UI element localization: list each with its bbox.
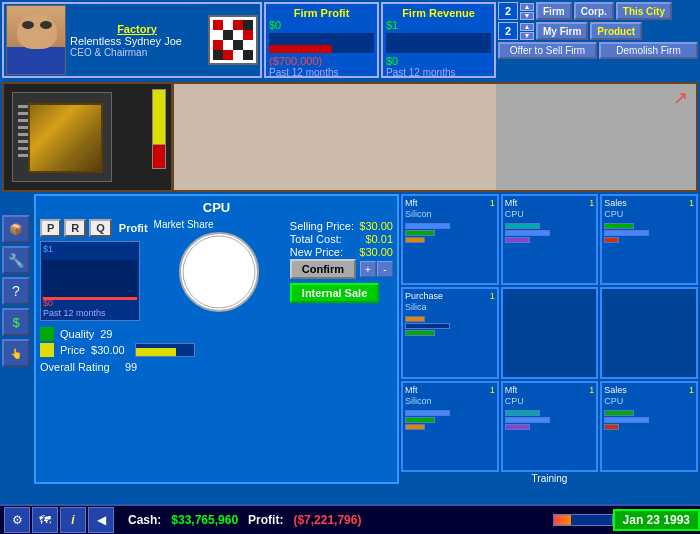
factory-panel: Factory Relentless Sydney Joe CEO & Chai… <box>2 2 262 78</box>
price-quality-value: $30.00 <box>91 344 125 356</box>
product-title: CPU <box>40 200 393 215</box>
right-grid: Mft Silicon 1 Mft CPU 1 <box>401 194 698 472</box>
nav-icon-1[interactable]: 📦 <box>2 215 30 243</box>
nav-num-2: 2 <box>498 22 518 40</box>
prq-p-btn[interactable]: P <box>40 219 61 237</box>
grid-cell-7-num: 1 <box>589 385 594 395</box>
nav-arrow-down-1[interactable]: ▼ <box>520 12 534 20</box>
grid-cell-4 <box>501 287 599 378</box>
grid-cell-6-num: 1 <box>490 385 495 395</box>
market-share-area: Market Share <box>154 219 284 321</box>
bottom-icon-map[interactable]: 🗺 <box>32 507 58 533</box>
quality-indicator-green <box>40 327 54 341</box>
main-content: 📦 🔧 ? $ 👆 CPU P R Q Profit $1 <box>2 194 698 484</box>
chart-top-label: $1 <box>43 244 137 254</box>
firm-btn[interactable]: Firm <box>536 2 572 20</box>
cash-value: $33,765,960 <box>171 513 238 527</box>
total-cost-value: $0.01 <box>365 233 393 245</box>
corp-btn[interactable]: Corp. <box>574 2 614 20</box>
internal-sale-btn[interactable]: Internal Sale <box>290 283 379 303</box>
firm-revenue-past: $0 <box>386 55 491 67</box>
right-section: Mft Silicon 1 Mft CPU 1 <box>401 194 698 484</box>
chart-bottom-label: $0 <box>43 298 53 308</box>
chart-time-label: Past 12 months <box>43 308 106 318</box>
nav-icon-column: 📦 🔧 ? $ 👆 <box>2 215 32 367</box>
grid-cell-6[interactable]: Mft Silicon 1 <box>401 381 499 472</box>
factory-image-section: ↗ <box>2 82 698 192</box>
nav-icon-4[interactable]: $ <box>2 308 30 336</box>
avatar <box>6 5 66 75</box>
grid-cell-2-subtitle: CPU <box>604 209 694 219</box>
grid-cell-2[interactable]: Sales CPU 1 <box>600 194 698 285</box>
nav-icon-3[interactable]: ? <box>2 277 30 305</box>
firm-profit-bar <box>269 33 374 53</box>
grid-cell-6-subtitle: Silicon <box>405 396 495 406</box>
prq-r-btn[interactable]: R <box>64 219 86 237</box>
nav-arrows-1[interactable]: ▲ ▼ <box>520 3 534 20</box>
firm-revenue-bar <box>386 33 491 53</box>
market-share-label: Market Share <box>154 219 284 230</box>
firm-profit-current: $0 <box>269 19 374 31</box>
grid-cell-3[interactable]: Purchase Silica 1 <box>401 287 499 378</box>
this-city-btn[interactable]: This City <box>616 2 672 20</box>
quality-section: Quality 29 Price $30.00 Overall Rating 9… <box>40 327 393 373</box>
grid-cell-7[interactable]: Mft CPU 1 <box>501 381 599 472</box>
minus-btn[interactable]: - <box>377 261 393 277</box>
nav-arrow-up-1[interactable]: ▲ <box>520 3 534 11</box>
demolish-btn[interactable]: Demolish Firm <box>599 42 698 59</box>
svg-point-0 <box>183 236 255 308</box>
my-firm-btn[interactable]: My Firm <box>536 22 588 40</box>
bottom-bar: ⚙ 🗺 i ◀ Cash: $33,765,960 Profit: ($7,22… <box>0 504 700 534</box>
quality-indicator-yellow <box>40 343 54 357</box>
factory-logo <box>208 15 258 65</box>
overall-value: 99 <box>125 361 137 373</box>
firm-profit-title: Firm Profit <box>269 7 374 19</box>
firm-revenue-current: $1 <box>386 19 491 31</box>
progress-bar <box>553 514 613 526</box>
overall-label: Overall Rating <box>40 361 110 373</box>
confirm-btn[interactable]: Confirm <box>290 259 356 279</box>
nav-arrow-down-2[interactable]: ▼ <box>520 32 534 40</box>
grid-cell-7-subtitle: CPU <box>505 396 595 406</box>
new-price-value: $30.00 <box>359 246 393 258</box>
ceo-name: Relentless Sydney Joe <box>70 35 204 47</box>
total-cost-label: Total Cost: <box>290 233 342 245</box>
bottom-icon-settings[interactable]: ⚙ <box>4 507 30 533</box>
bottom-icon-info[interactable]: i <box>60 507 86 533</box>
grid-cell-3-num: 1 <box>490 291 495 301</box>
trend-icon: ↗ <box>673 87 693 107</box>
firm-revenue-title: Firm Revenue <box>386 7 491 19</box>
training-label: Training <box>401 473 698 484</box>
ceo-title: CEO & Chairman <box>70 47 204 58</box>
new-price-label: New Price: <box>290 246 343 258</box>
factory-image-middle <box>174 84 496 190</box>
bottom-icon-back[interactable]: ◀ <box>88 507 114 533</box>
bottom-icons: ⚙ 🗺 i ◀ <box>0 507 118 533</box>
nav-icon-2[interactable]: 🔧 <box>2 246 30 274</box>
prq-q-btn[interactable]: Q <box>89 219 112 237</box>
nav-num-1: 2 <box>498 2 518 20</box>
pricing-info: Selling Price: $30.00 Total Cost: $0.01 … <box>290 219 393 317</box>
plus-btn[interactable]: + <box>360 261 376 277</box>
firm-profit-past-value: ($700,000) <box>269 55 374 67</box>
nav-arrow-up-2[interactable]: ▲ <box>520 23 534 31</box>
selling-price-label: Selling Price: <box>290 220 354 232</box>
cash-label: Cash: <box>128 513 161 527</box>
offer-sell-btn[interactable]: Offer to Sell Firm <box>498 42 597 59</box>
grid-cell-2-title: Sales <box>604 198 694 208</box>
grid-cell-1-num: 1 <box>589 198 594 208</box>
grid-cell-1[interactable]: Mft CPU 1 <box>501 194 599 285</box>
grid-cell-3-subtitle: Silica <box>405 302 495 312</box>
nav-arrows-2[interactable]: ▲ ▼ <box>520 23 534 40</box>
factory-info: Factory Relentless Sydney Joe CEO & Chai… <box>66 21 208 60</box>
pie-chart <box>179 232 259 312</box>
product-btn[interactable]: Product <box>590 22 642 40</box>
grid-cell-0[interactable]: Mft Silicon 1 <box>401 194 499 285</box>
nav-icon-5[interactable]: 👆 <box>2 339 30 367</box>
grid-cell-8-title: Sales <box>604 385 694 395</box>
bottom-status: Cash: $33,765,960 Profit: ($7,221,796) <box>118 513 553 527</box>
grid-cell-2-num: 1 <box>689 198 694 208</box>
firm-profit-past-label: Past 12 months <box>269 67 374 78</box>
profit-value-b: ($7,221,796) <box>293 513 361 527</box>
grid-cell-8[interactable]: Sales CPU 1 <box>600 381 698 472</box>
